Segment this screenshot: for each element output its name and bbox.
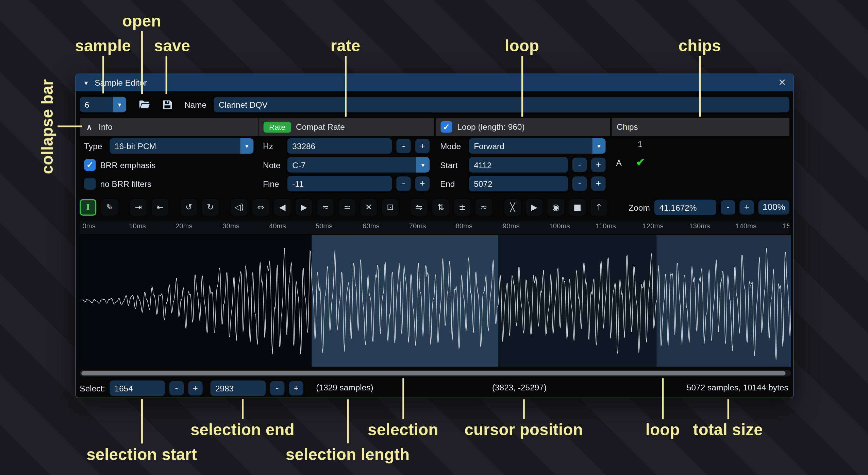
waveform-view[interactable] bbox=[80, 235, 791, 367]
normalize-icon: ⇔ bbox=[257, 203, 264, 212]
draw-tool-button[interactable]: ✎ bbox=[101, 199, 118, 216]
chevron-down-icon[interactable]: ▼ bbox=[240, 138, 253, 154]
fade-in-button[interactable]: ◀ bbox=[274, 199, 291, 216]
selection-end-increase-button[interactable]: + bbox=[289, 381, 303, 395]
invert-button[interactable]: ⇅ bbox=[432, 199, 449, 216]
annotation-selection: selection bbox=[368, 421, 438, 439]
loop-start-input[interactable] bbox=[469, 157, 568, 173]
chevron-down-icon[interactable]: ▼ bbox=[416, 157, 430, 173]
annotation-line-sample bbox=[102, 56, 104, 93]
info-header: Info bbox=[99, 122, 113, 132]
preview-button[interactable]: ▶ bbox=[526, 199, 542, 216]
reverse-button[interactable]: ⇋ bbox=[411, 199, 428, 216]
crossfade-button[interactable]: ╳ bbox=[504, 199, 521, 216]
resize-button[interactable]: ⇥ bbox=[130, 199, 147, 216]
sign-button[interactable]: ± bbox=[454, 199, 471, 216]
title-bar[interactable]: ▼ Sample Editor ✕ bbox=[76, 74, 793, 91]
hz-decrease-button[interactable]: - bbox=[396, 139, 411, 153]
sample-select[interactable]: 6 ▼ bbox=[80, 97, 126, 112]
export-button[interactable]: ↑ bbox=[591, 199, 607, 216]
upload-icon: ↑ bbox=[596, 203, 602, 212]
close-button[interactable]: ✕ bbox=[778, 77, 786, 88]
loop-end-decrease-button[interactable]: - bbox=[572, 176, 587, 191]
save-button[interactable] bbox=[160, 97, 175, 112]
hz-input[interactable] bbox=[287, 138, 392, 154]
ruler-label: 20ms bbox=[176, 222, 193, 230]
loop-end-input[interactable] bbox=[469, 176, 568, 192]
resample-button[interactable]: ⇤ bbox=[152, 199, 168, 216]
annotation-total-size: total size bbox=[693, 421, 763, 439]
amplify-button[interactable]: ◁) bbox=[231, 199, 248, 216]
open-button[interactable] bbox=[137, 97, 152, 112]
sample-type-value: 16-bit PCM bbox=[110, 138, 240, 154]
no-brr-filters-checkbox[interactable] bbox=[84, 178, 96, 189]
name-label: Name bbox=[184, 100, 206, 109]
type-label: Type bbox=[84, 141, 105, 151]
stop-button[interactable]: ■ bbox=[569, 199, 586, 216]
undo-button[interactable]: ↺ bbox=[181, 199, 197, 216]
waveform-scrollbar[interactable] bbox=[80, 370, 791, 377]
select-tool-button[interactable]: I bbox=[80, 199, 96, 216]
preview-loop-button[interactable]: ◉ bbox=[548, 199, 564, 216]
loop-mode-select[interactable]: Forward ▼ bbox=[469, 138, 606, 154]
fine-decrease-button[interactable]: - bbox=[396, 176, 411, 191]
fade-out-button[interactable]: ▶ bbox=[296, 199, 312, 216]
status-bar: Select: - + - + (1329 samples) (3823, -2… bbox=[80, 380, 789, 397]
chevron-down-icon[interactable]: ▼ bbox=[592, 138, 605, 154]
normalize-button[interactable]: ⇔ bbox=[252, 199, 269, 216]
annotation-line-rate bbox=[345, 56, 347, 117]
delete-button[interactable]: ✕ bbox=[361, 199, 377, 216]
loop-start-decrease-button[interactable]: - bbox=[572, 158, 587, 172]
zoom-reset-button[interactable]: 100% bbox=[758, 200, 789, 214]
loop-start-increase-button[interactable]: + bbox=[591, 158, 605, 172]
sample-type-select[interactable]: 16-bit PCM ▼ bbox=[110, 138, 253, 154]
selection-length-text: (1329 samples) bbox=[316, 383, 373, 392]
filter-button[interactable]: ≈ bbox=[475, 199, 492, 216]
brr-emphasis-label: BRR emphasis bbox=[100, 160, 156, 170]
loop-end-increase-button[interactable]: + bbox=[591, 176, 605, 191]
insert-silence-icon: ≂ bbox=[322, 203, 329, 212]
no-brr-filters-label: no BRR filters bbox=[100, 179, 152, 189]
ruler-label: 80ms bbox=[455, 222, 472, 230]
loop-enable-checkbox[interactable]: ✓ bbox=[441, 121, 452, 133]
rate-badge: Rate bbox=[264, 121, 291, 133]
annotation-line-selection-start bbox=[141, 399, 143, 443]
note-select[interactable]: C-7 ▼ bbox=[287, 157, 430, 173]
insert-silence-button[interactable]: ≂ bbox=[317, 199, 334, 216]
undo-icon: ↺ bbox=[185, 203, 192, 212]
zoom-input[interactable] bbox=[654, 200, 716, 215]
fine-increase-button[interactable]: + bbox=[415, 176, 430, 191]
scrollbar-thumb[interactable] bbox=[81, 371, 785, 375]
annotation-open: open bbox=[122, 12, 161, 31]
selection-start-increase-button[interactable]: + bbox=[188, 381, 202, 395]
selection-end-input[interactable] bbox=[210, 381, 266, 396]
selection-end-decrease-button[interactable]: - bbox=[270, 381, 284, 395]
pencil-icon: ✎ bbox=[106, 203, 113, 212]
selection-start-input[interactable] bbox=[110, 381, 165, 396]
stage: open sample save rate loop chips collaps… bbox=[0, 0, 868, 475]
window-collapse-icon[interactable]: ▼ bbox=[83, 80, 89, 86]
annotation-save: save bbox=[154, 37, 190, 55]
collapse-bar-button[interactable]: ∧ bbox=[85, 123, 94, 131]
zoom-out-button[interactable]: - bbox=[721, 200, 735, 214]
invert-icon: ⇅ bbox=[437, 203, 444, 212]
selection-start-decrease-button[interactable]: - bbox=[169, 381, 184, 395]
annotation-line-save bbox=[166, 56, 167, 94]
sample-name-input[interactable] bbox=[214, 97, 789, 112]
timeline-ruler: 0ms 10ms 20ms 30ms 40ms 50ms 60ms 70ms 8… bbox=[80, 221, 789, 234]
zoom-in-button[interactable]: + bbox=[739, 200, 754, 214]
hz-label: Hz bbox=[263, 141, 283, 151]
chip-check-icon[interactable]: ✔ bbox=[636, 156, 645, 169]
hz-increase-button[interactable]: + bbox=[415, 139, 430, 153]
chevron-down-icon[interactable]: ▼ bbox=[113, 97, 126, 112]
trim-button[interactable]: ⊡ bbox=[382, 199, 399, 216]
redo-button[interactable]: ↻ bbox=[202, 199, 219, 216]
annotation-loop-region: loop bbox=[646, 421, 680, 439]
fine-input[interactable] bbox=[287, 176, 392, 192]
brr-emphasis-checkbox[interactable]: ✓ bbox=[84, 159, 96, 171]
apply-silence-button[interactable]: ≃ bbox=[339, 199, 355, 216]
annotation-selection-end: selection end bbox=[190, 421, 295, 439]
volume-icon: ◁) bbox=[234, 203, 244, 212]
annotation-line-selection-end bbox=[242, 399, 244, 419]
zoom-label: Zoom bbox=[629, 203, 650, 212]
